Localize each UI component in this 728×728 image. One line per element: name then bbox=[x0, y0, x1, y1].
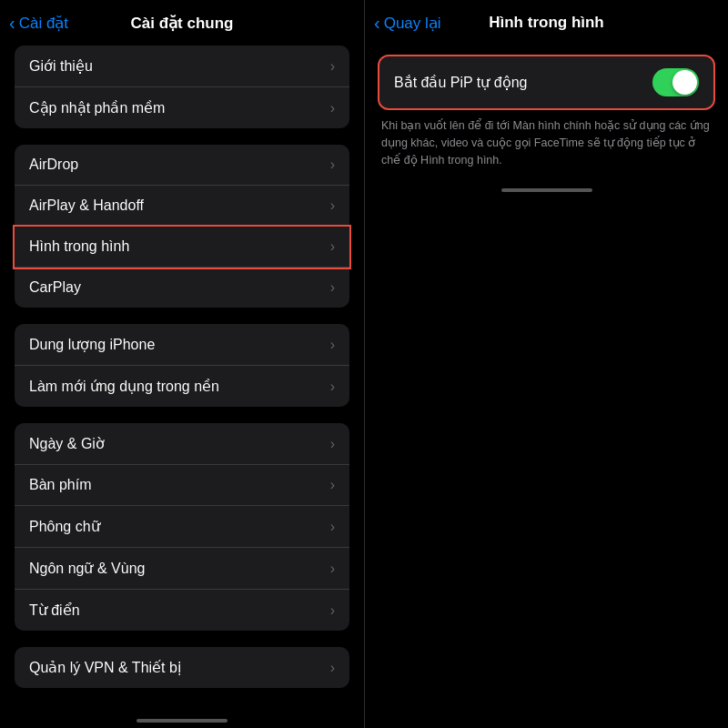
pip-label: Hình trong hình bbox=[29, 238, 129, 255]
left-chevron-icon: ‹ bbox=[9, 14, 15, 32]
right-back-label: Quay lại bbox=[384, 14, 441, 33]
dung-luong-chevron: › bbox=[330, 337, 335, 353]
settings-group-4: Ngày & Giờ › Bàn phím › Phông chữ › Ngôn… bbox=[15, 423, 349, 631]
right-panel: ‹ Quay lại Hình trong hình Bắt đầu PiP t… bbox=[364, 0, 728, 728]
ban-phim-chevron: › bbox=[330, 477, 335, 493]
phong-chu-label: Phông chữ bbox=[29, 518, 100, 535]
cap-nhat-chevron: › bbox=[330, 100, 335, 116]
cap-nhat-label: Cập nhật phần mềm bbox=[29, 99, 165, 116]
right-chevron-icon: ‹ bbox=[374, 14, 380, 32]
settings-group-1: Giới thiệu › Cập nhật phần mềm › bbox=[15, 46, 349, 128]
pip-chevron: › bbox=[330, 238, 335, 255]
right-home-bar bbox=[501, 188, 592, 192]
settings-row-lam-moi[interactable]: Làm mới ứng dụng trong nền › bbox=[15, 366, 349, 407]
ban-phim-label: Bàn phím bbox=[29, 477, 91, 493]
left-back-button[interactable]: ‹ Cài đặt bbox=[9, 14, 68, 33]
settings-row-ban-phim[interactable]: Bàn phím › bbox=[15, 465, 349, 506]
lam-moi-chevron: › bbox=[330, 379, 335, 395]
vpn-label: Quản lý VPN & Thiết bị bbox=[29, 659, 181, 676]
left-home-indicator bbox=[0, 710, 364, 728]
tu-dien-label: Từ điển bbox=[29, 602, 80, 619]
ngon-ngu-label: Ngôn ngữ & Vùng bbox=[29, 560, 145, 577]
settings-row-vpn[interactable]: Quản lý VPN & Thiết bị › bbox=[15, 647, 349, 688]
settings-row-airplay[interactable]: AirPlay & Handoff › bbox=[15, 186, 349, 227]
settings-group-3: Dung lượng iPhone › Làm mới ứng dụng tro… bbox=[15, 324, 349, 407]
left-nav-bar: ‹ Cài đặt Cài đặt chung bbox=[0, 0, 364, 46]
pip-toggle-label: Bắt đầu PiP tự động bbox=[394, 74, 527, 91]
gioi-thieu-label: Giới thiệu bbox=[29, 57, 93, 75]
settings-row-dung-luong[interactable]: Dung lượng iPhone › bbox=[15, 324, 349, 366]
settings-row-gioi-thieu[interactable]: Giới thiệu › bbox=[15, 46, 349, 87]
right-content: Bắt đầu PiP tự động Khi bạn vuốt lên để … bbox=[365, 46, 728, 179]
phong-chu-chevron: › bbox=[330, 519, 335, 535]
right-back-button[interactable]: ‹ Quay lại bbox=[374, 14, 441, 33]
settings-row-cap-nhat[interactable]: Cập nhật phần mềm › bbox=[15, 87, 349, 128]
airplay-label: AirPlay & Handoff bbox=[29, 197, 144, 214]
left-panel: ‹ Cài đặt Cài đặt chung Giới thiệu › Cập… bbox=[0, 0, 364, 728]
airplay-chevron: › bbox=[330, 197, 335, 214]
left-nav-title: Cài đặt chung bbox=[131, 14, 234, 33]
right-home-indicator bbox=[365, 179, 728, 197]
carplay-chevron: › bbox=[330, 279, 335, 296]
dung-luong-label: Dung lượng iPhone bbox=[29, 336, 155, 353]
settings-row-airdrop[interactable]: AirDrop › bbox=[15, 145, 349, 186]
lam-moi-label: Làm mới ứng dụng trong nền bbox=[29, 378, 219, 395]
settings-row-carplay[interactable]: CarPlay › bbox=[15, 268, 349, 308]
left-home-bar bbox=[136, 719, 228, 723]
airdrop-label: AirDrop bbox=[29, 157, 78, 173]
left-back-label: Cài đặt bbox=[19, 14, 68, 33]
right-nav-bar: ‹ Quay lại Hình trong hình bbox=[365, 0, 728, 46]
settings-group-2: AirDrop › AirPlay & Handoff › Hình trong… bbox=[15, 145, 349, 308]
right-nav-title: Hình trong hình bbox=[489, 14, 604, 32]
tu-dien-chevron: › bbox=[330, 602, 335, 619]
carplay-label: CarPlay bbox=[29, 279, 81, 296]
settings-row-ngon-ngu[interactable]: Ngôn ngữ & Vùng › bbox=[15, 548, 349, 590]
pip-toggle[interactable] bbox=[652, 68, 699, 96]
settings-group-5: Quản lý VPN & Thiết bị › bbox=[15, 647, 349, 688]
settings-list: Giới thiệu › Cập nhật phần mềm › AirDrop… bbox=[0, 46, 364, 710]
settings-row-ngay-gio[interactable]: Ngày & Giờ › bbox=[15, 423, 349, 465]
airdrop-chevron: › bbox=[330, 157, 335, 173]
ngon-ngu-chevron: › bbox=[330, 561, 335, 577]
settings-row-phong-chu[interactable]: Phông chữ › bbox=[15, 506, 349, 548]
vpn-chevron: › bbox=[330, 660, 335, 676]
pip-toggle-row[interactable]: Bắt đầu PiP tự động bbox=[379, 56, 713, 108]
gioi-thieu-chevron: › bbox=[330, 58, 335, 75]
toggle-thumb bbox=[672, 70, 697, 95]
settings-row-tu-dien[interactable]: Từ điển › bbox=[15, 590, 349, 631]
pip-description: Khi bạn vuốt lên để đi tới Màn hình chín… bbox=[379, 117, 713, 168]
ngay-gio-label: Ngày & Giờ bbox=[29, 435, 105, 452]
settings-row-pip[interactable]: Hình trong hình › bbox=[15, 227, 349, 268]
ngay-gio-chevron: › bbox=[330, 436, 335, 452]
